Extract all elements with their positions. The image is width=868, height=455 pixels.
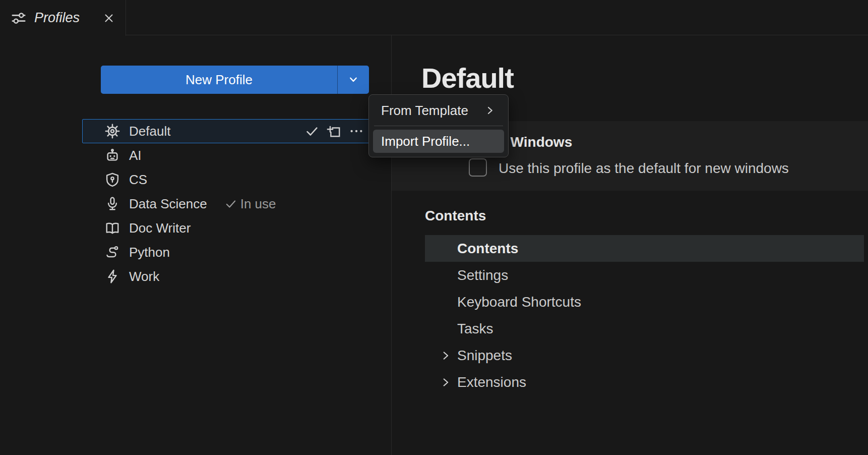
close-icon[interactable] bbox=[102, 12, 115, 25]
tree-row-label: Contents bbox=[457, 241, 518, 257]
menu-separator bbox=[374, 126, 503, 126]
tree-row-settings[interactable]: Settings bbox=[425, 262, 864, 289]
shield-icon bbox=[105, 172, 120, 187]
profile-row-ai[interactable]: AI bbox=[82, 143, 370, 167]
profile-row-cs[interactable]: CS bbox=[82, 167, 370, 192]
profile-row-data-science[interactable]: Data Science In use bbox=[82, 192, 370, 216]
chevron-down-icon bbox=[347, 73, 360, 86]
in-use-badge: In use bbox=[224, 196, 276, 212]
tree-row-label: Snippets bbox=[457, 348, 512, 364]
snake-icon bbox=[105, 245, 120, 260]
tree-row-label: Settings bbox=[457, 267, 508, 283]
tab-title: Profiles bbox=[34, 10, 94, 26]
profiles-editor: Profiles New Profile bbox=[0, 0, 868, 455]
menu-item-label: Import Profile... bbox=[381, 134, 470, 149]
new-windows-checkbox-label: Use this profile as the default for new … bbox=[499, 160, 789, 177]
profile-row-python[interactable]: Python bbox=[82, 240, 370, 264]
gear-icon bbox=[105, 124, 120, 139]
chevron-right-icon[interactable] bbox=[439, 376, 452, 389]
tree-row-label: Extensions bbox=[457, 374, 526, 390]
more-actions-icon[interactable] bbox=[348, 124, 365, 139]
new-profile-button[interactable]: New Profile bbox=[101, 66, 338, 94]
new-profile-split-button: New Profile bbox=[101, 66, 369, 94]
tab-bar: Profiles bbox=[0, 0, 868, 35]
menu-item-from-template[interactable]: From Template bbox=[373, 99, 504, 122]
tree-row-snippets[interactable]: Snippets bbox=[425, 342, 864, 369]
profile-name: Python bbox=[129, 245, 170, 260]
profile-list: Default bbox=[82, 119, 370, 289]
menu-item-label: From Template bbox=[381, 103, 468, 119]
tree-row-extensions[interactable]: Extensions bbox=[425, 369, 864, 395]
tree-row-tasks[interactable]: Tasks bbox=[425, 315, 864, 342]
check-icon bbox=[224, 197, 237, 210]
settings-sliders-icon bbox=[11, 11, 26, 26]
tree-row-keyboard-shortcuts[interactable]: Keyboard Shortcuts bbox=[425, 289, 864, 315]
chevron-right-icon bbox=[484, 104, 496, 117]
contents-tree: Contents Settings Keyboard Shortcuts Tas… bbox=[425, 235, 864, 395]
profile-row-actions bbox=[304, 124, 365, 139]
check-icon bbox=[304, 124, 320, 139]
new-profile-dropdown-menu: From Template Import Profile... bbox=[368, 94, 509, 157]
tree-row-label: Tasks bbox=[457, 321, 493, 337]
profile-name: Work bbox=[129, 269, 159, 285]
profile-name: Data Science bbox=[129, 196, 207, 212]
chevron-right-icon[interactable] bbox=[439, 349, 452, 362]
profile-name: Default bbox=[129, 124, 170, 139]
book-icon bbox=[105, 220, 120, 236]
profile-row-doc-writer[interactable]: Doc Writer bbox=[82, 216, 370, 240]
contents-heading: Contents bbox=[425, 208, 486, 224]
zap-icon bbox=[105, 269, 120, 284]
default-for-new-windows-checkbox[interactable] bbox=[469, 158, 487, 177]
profile-name: AI bbox=[129, 148, 142, 163]
in-use-label: In use bbox=[240, 196, 276, 212]
microphone-icon bbox=[105, 196, 120, 211]
tree-row-label: Keyboard Shortcuts bbox=[457, 294, 581, 310]
new-window-icon[interactable] bbox=[326, 124, 341, 139]
profile-name: CS bbox=[129, 172, 147, 188]
profile-name: Doc Writer bbox=[129, 220, 191, 236]
profile-title: Default bbox=[421, 62, 514, 94]
menu-item-import-profile[interactable]: Import Profile... bbox=[373, 130, 504, 153]
tree-row-contents[interactable]: Contents bbox=[425, 235, 864, 262]
robot-icon bbox=[105, 148, 120, 163]
profile-row-work[interactable]: Work bbox=[82, 264, 370, 289]
new-profile-dropdown-button[interactable] bbox=[338, 66, 369, 94]
profile-row-default[interactable]: Default bbox=[82, 119, 370, 143]
tab-profiles[interactable]: Profiles bbox=[0, 0, 126, 36]
